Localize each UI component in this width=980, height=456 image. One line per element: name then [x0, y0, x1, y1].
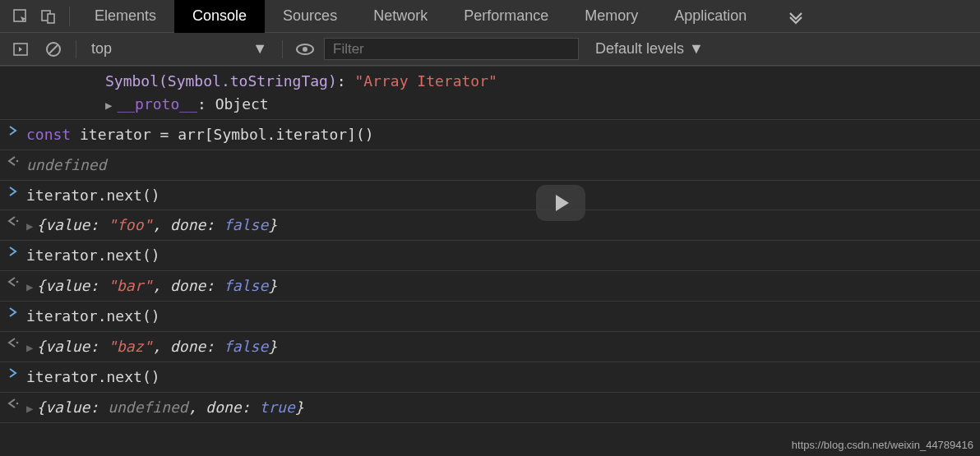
output-marker-icon: [0, 214, 26, 227]
svg-point-9: [16, 220, 19, 223]
levels-label: Default levels: [595, 40, 684, 58]
input-marker-icon: [0, 366, 26, 379]
svg-point-8: [16, 159, 19, 162]
object-preview[interactable]: {value: undefined, done: true}: [36, 398, 303, 416]
code-token: iterator.next(): [26, 307, 160, 325]
video-play-overlay-icon[interactable]: [536, 185, 585, 221]
tab-network[interactable]: Network: [355, 0, 446, 33]
svg-point-10: [16, 281, 19, 283]
svg-point-12: [16, 402, 19, 404]
divider: [282, 40, 283, 58]
watermark: https://blog.csdn.net/weixin_44789416: [792, 439, 973, 451]
svg-line-5: [49, 45, 58, 53]
code-token: const: [26, 126, 71, 143]
console-sidebar-toggle-icon[interactable]: [7, 33, 35, 66]
devtools-tabbar: Elements Console Sources Network Perform…: [0, 0, 980, 33]
svg-point-11: [16, 342, 19, 344]
tab-performance[interactable]: Performance: [446, 0, 566, 33]
tab-sources[interactable]: Sources: [265, 0, 355, 33]
console-input-entry: iterator.next(): [0, 362, 980, 393]
console-input-entry: iterator.next(): [0, 181, 980, 211]
svg-rect-2: [48, 14, 54, 23]
console-output-entry: ▶{value: "bar", done: false}: [0, 271, 980, 302]
object-value: "Array Iterator": [354, 72, 497, 90]
console-output-entry: ▶{value: "foo", done: false}: [0, 210, 980, 241]
input-marker-icon: [0, 244, 26, 257]
console-toolbar: top ▼ Default levels ▼: [0, 33, 980, 66]
output-marker-icon: [0, 274, 26, 288]
output-marker-icon: [0, 335, 26, 348]
console-entry-object-preview: Symbol(Symbol.toStringTag): "Array Itera…: [0, 66, 980, 120]
code-token: undefined: [26, 156, 107, 173]
object-preview[interactable]: {value: "baz", done: false}: [36, 338, 277, 355]
input-marker-icon: [0, 184, 26, 197]
console-input-entry: iterator.next(): [0, 302, 980, 332]
tab-memory[interactable]: Memory: [566, 0, 656, 33]
code-token: iterator.next(): [26, 246, 160, 264]
input-marker-icon: [0, 123, 26, 136]
proto-value: Object: [215, 95, 269, 113]
proto-key[interactable]: __proto__: [117, 95, 197, 113]
inspect-element-icon[interactable]: [7, 0, 35, 33]
console-output-entry: ▶{value: undefined, done: true}: [0, 393, 980, 423]
input-marker-icon: [0, 305, 26, 318]
object-preview[interactable]: {value: "bar", done: false}: [36, 277, 277, 294]
expand-icon[interactable]: ▶: [26, 339, 33, 357]
context-label: top: [91, 40, 112, 58]
dropdown-icon: ▼: [689, 40, 704, 58]
device-toolbar-icon[interactable]: [35, 0, 62, 33]
console-output-entry: ▶{value: "baz", done: false}: [0, 332, 980, 362]
tab-elements[interactable]: Elements: [76, 0, 174, 33]
output-marker-icon: [0, 396, 26, 409]
console-input-entry: iterator.next(): [0, 241, 980, 271]
clear-console-icon[interactable]: [39, 33, 67, 66]
execution-context-select[interactable]: top ▼: [85, 40, 274, 58]
object-preview[interactable]: {value: "foo", done: false}: [36, 216, 277, 233]
tab-application[interactable]: Application: [656, 0, 765, 33]
object-key: Symbol(Symbol.toStringTag): [105, 72, 337, 90]
output-marker-icon: [0, 154, 26, 167]
gutter: [0, 70, 26, 71]
console-input-entry: const iterator = arr[Symbol.iterator](): [0, 120, 980, 150]
expand-icon[interactable]: ▶: [26, 218, 33, 236]
code-token: iterator.next(): [26, 368, 160, 385]
tab-console[interactable]: Console: [174, 0, 265, 33]
svg-point-7: [303, 47, 307, 52]
log-levels-select[interactable]: Default levels ▼: [595, 40, 704, 58]
expand-icon[interactable]: ▶: [26, 400, 33, 418]
filter-input[interactable]: [324, 38, 579, 60]
live-expression-icon[interactable]: [291, 33, 319, 66]
code-token: iterator.next(): [26, 187, 160, 204]
divider: [69, 7, 70, 26]
more-tabs-icon[interactable]: [776, 7, 816, 26]
expand-icon[interactable]: ▶: [26, 279, 33, 297]
console-output-entry: undefined: [0, 150, 980, 181]
expand-icon[interactable]: ▶: [105, 97, 112, 115]
code-token: iterator = arr[Symbol.iterator](): [71, 126, 373, 143]
dropdown-icon: ▼: [252, 40, 267, 58]
console-output: Symbol(Symbol.toStringTag): "Array Itera…: [0, 66, 980, 423]
divider: [76, 40, 76, 58]
